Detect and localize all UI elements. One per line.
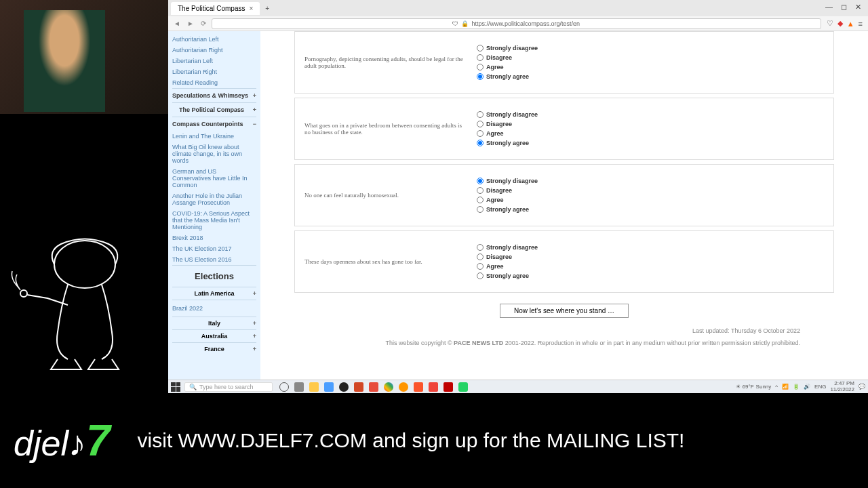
radio-option[interactable]: Agree — [477, 262, 538, 271]
radio-option[interactable]: Strongly agree — [477, 72, 538, 81]
lock-icon: 🔒 — [461, 20, 469, 27]
network-icon[interactable]: 📶 — [782, 384, 789, 390]
radio-input[interactable] — [477, 73, 484, 80]
taskbar-filezilla-icon[interactable] — [443, 382, 453, 392]
browser-tab[interactable]: The Political Compass × — [171, 2, 260, 15]
sidebar-region[interactable]: Italy+ — [172, 317, 256, 329]
sidebar-link[interactable]: Libertarian Right — [172, 66, 256, 77]
radio-option[interactable]: Strongly disagree — [477, 110, 538, 119]
radio-input[interactable] — [477, 197, 484, 203]
radio-input[interactable] — [477, 187, 484, 194]
menu-icon[interactable]: ≡ — [859, 20, 863, 28]
bookmark-icon[interactable]: ♡ — [827, 19, 833, 28]
sidebar-link[interactable]: Authoritarian Right — [172, 45, 256, 56]
sidebar-link[interactable]: The US Election 2016 — [172, 254, 256, 265]
forward-icon[interactable]: ► — [187, 20, 194, 27]
sidebar-link[interactable]: The UK Election 2017 — [172, 243, 256, 254]
sidebar-link[interactable]: Related Reading — [172, 77, 256, 88]
question-block: These days openness about sex has gone t… — [294, 230, 834, 293]
radio-option[interactable]: Agree — [477, 129, 538, 138]
weather-widget[interactable]: ☀ 69°F Sunny — [736, 384, 772, 390]
radio-input[interactable] — [477, 54, 484, 61]
taskbar-app-icon[interactable] — [324, 382, 334, 392]
radio-input[interactable] — [477, 272, 484, 279]
radio-label: Disagree — [486, 253, 512, 260]
radio-option[interactable]: Agree — [477, 195, 538, 205]
taskbar-powerpoint-icon[interactable] — [354, 382, 363, 392]
radio-input[interactable] — [477, 206, 484, 213]
url-input[interactable]: 🛡 🔒 https://www.politicalcompass.org/tes… — [212, 18, 821, 29]
sidebar-link[interactable]: Authoritarian Left — [172, 34, 256, 45]
radio-input[interactable] — [477, 45, 484, 52]
tab-close-icon[interactable]: × — [249, 5, 253, 12]
radio-option[interactable]: Strongly agree — [477, 205, 538, 214]
taskbar-cortana-icon[interactable] — [279, 382, 289, 392]
notifications-icon[interactable]: 💬 — [859, 384, 865, 390]
radio-option[interactable]: Strongly disagree — [477, 243, 538, 252]
taskbar-search[interactable]: 🔍 Type here to search — [184, 382, 273, 392]
reload-icon[interactable]: ⟳ — [201, 20, 206, 27]
radio-input[interactable] — [477, 111, 484, 118]
new-tab-button[interactable]: + — [260, 5, 275, 12]
chevron-up-icon[interactable]: ^ — [775, 384, 778, 390]
radio-option[interactable]: Disagree — [477, 252, 538, 262]
sidebar-link[interactable]: COVID-19: A Serious Aspect that the Mass… — [172, 208, 256, 232]
radio-input[interactable] — [477, 64, 484, 70]
sidebar-section-compass[interactable]: The Political Compass+ — [172, 102, 256, 117]
radio-option[interactable]: Strongly disagree — [477, 176, 538, 186]
radio-option[interactable]: Disagree — [477, 53, 538, 62]
taskbar-explorer-icon[interactable] — [309, 382, 319, 392]
taskbar-clock[interactable]: 2:47 PM 11/2/2022 — [830, 381, 854, 393]
maximize-icon[interactable]: ◻ — [841, 3, 847, 12]
radio-input[interactable] — [477, 178, 484, 184]
radio-input[interactable] — [477, 140, 484, 146]
window-controls: — ◻ ✕ — [818, 0, 868, 14]
sidebar-link[interactable]: What Big Oil knew about climate change, … — [172, 142, 256, 166]
radio-input[interactable] — [477, 121, 484, 127]
minimize-icon[interactable]: — — [825, 3, 833, 12]
sidebar-link[interactable]: Another Hole in the Julian Assange Prose… — [172, 190, 256, 208]
radio-input[interactable] — [477, 263, 484, 270]
radio-label: Strongly disagree — [486, 111, 538, 118]
taskbar-brave-icon[interactable] — [414, 382, 423, 392]
radio-option[interactable]: Strongly disagree — [477, 43, 538, 53]
taskbar-office-icon[interactable] — [369, 382, 378, 392]
bat-icon[interactable]: ▲ — [847, 20, 854, 28]
radio-option[interactable]: Strongly agree — [477, 138, 538, 148]
question-text: Pornography, depicting consenting adults… — [295, 50, 477, 75]
taskbar-anydesk-icon[interactable] — [429, 382, 438, 392]
browser-window: The Political Compass × + — ◻ ✕ ◄ ► ⟳ 🛡 … — [168, 0, 868, 380]
radio-input[interactable] — [477, 244, 484, 251]
sidebar-link[interactable]: Lenin and The Ukraine — [172, 131, 256, 142]
sidebar-region[interactable]: Latin America+ — [172, 287, 256, 300]
radio-input[interactable] — [477, 253, 484, 260]
sidebar-region[interactable]: Australia+ — [172, 329, 256, 342]
radio-option[interactable]: Strongly agree — [477, 271, 538, 281]
sidebar-section-speculations[interactable]: Speculations & Whimseys+ — [172, 88, 256, 102]
radio-input[interactable] — [477, 130, 484, 137]
radio-option[interactable]: Disagree — [477, 119, 538, 129]
radio-label: Strongly agree — [486, 73, 529, 80]
language-indicator[interactable]: ENG — [814, 384, 826, 390]
battery-icon[interactable]: 🔋 — [793, 384, 800, 390]
sidebar-region[interactable]: France+ — [172, 342, 256, 355]
taskbar-taskview-icon[interactable] — [294, 382, 304, 392]
sidebar-link[interactable]: Brexit 2018 — [172, 232, 256, 243]
close-icon[interactable]: ✕ — [855, 3, 861, 12]
radio-option[interactable]: Disagree — [477, 186, 538, 195]
back-icon[interactable]: ◄ — [174, 20, 180, 27]
sidebar-link[interactable]: Libertarian Left — [172, 56, 256, 66]
extension-icon[interactable]: ◆ — [837, 19, 843, 28]
sidebar-link[interactable]: German and US Conservatives have Little … — [172, 166, 256, 190]
volume-icon[interactable]: 🔊 — [804, 384, 810, 390]
sidebar-link[interactable]: Brazil 2022 — [172, 303, 256, 314]
start-button[interactable] — [171, 382, 180, 392]
taskbar-obs-icon[interactable] — [339, 382, 349, 392]
radio-option[interactable]: Agree — [477, 62, 538, 72]
taskbar-firefox-icon[interactable] — [399, 382, 408, 392]
taskbar-chrome-icon[interactable] — [384, 382, 393, 392]
submit-button[interactable]: Now let's see where you stand … — [500, 304, 629, 318]
taskbar-whatsapp-icon[interactable] — [458, 382, 468, 392]
main-content: Pornography, depicting consenting adults… — [260, 31, 868, 380]
sidebar-section-counterpoints[interactable]: Compass Counterpoints− — [172, 117, 256, 131]
